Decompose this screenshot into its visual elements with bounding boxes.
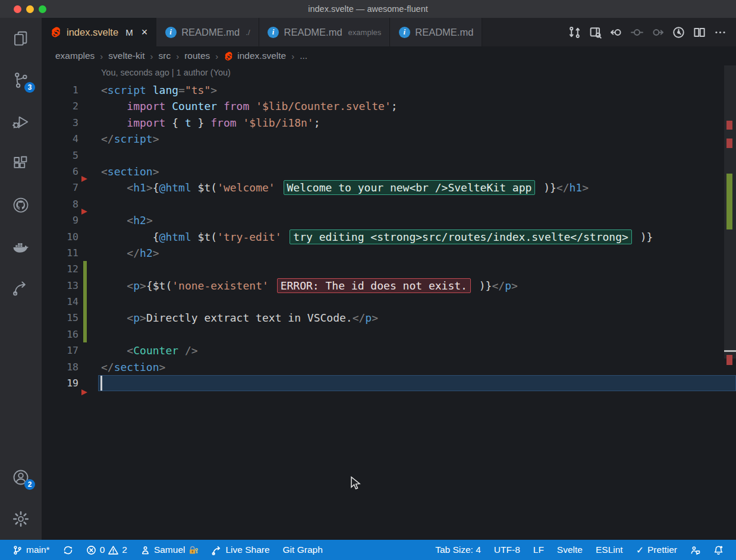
code-text: </h2> bbox=[101, 245, 159, 261]
code-line-16[interactable]: 16 bbox=[42, 326, 736, 342]
explorer-icon[interactable] bbox=[0, 18, 42, 59]
line-number[interactable]: 19 bbox=[42, 375, 78, 391]
breadcrumb: examples›svelte-kit›src›routes›index.sve… bbox=[42, 46, 736, 65]
line-number[interactable]: 7 bbox=[42, 180, 78, 196]
status-live-share[interactable]: Live Share bbox=[207, 540, 273, 560]
line-number[interactable]: 17 bbox=[42, 342, 78, 358]
code-line-15[interactable]: 15 <p>Directly extract text in VSCode.</… bbox=[42, 310, 736, 326]
line-number[interactable]: 15 bbox=[42, 310, 78, 326]
compare-changes-icon[interactable] bbox=[567, 24, 582, 40]
more-actions-icon[interactable] bbox=[712, 24, 728, 40]
code-line-3[interactable]: 3 import { t } from '$lib/i18n'; bbox=[42, 115, 736, 131]
breadcrumb-item-examples[interactable]: examples bbox=[55, 51, 95, 61]
nav-dot-icon[interactable] bbox=[629, 24, 644, 40]
code-line-14[interactable]: 14 bbox=[42, 294, 736, 310]
breadcrumb-item-src[interactable]: src bbox=[159, 51, 171, 61]
status-account[interactable]: Samuel bbox=[136, 540, 203, 560]
docker-icon[interactable] bbox=[0, 226, 42, 268]
code-line-6[interactable]: 6<section> bbox=[42, 163, 736, 180]
code-line-13[interactable]: 13 <p>{$t('none-existent' ERROR: The id … bbox=[42, 278, 736, 294]
line-number[interactable]: 18 bbox=[42, 359, 78, 375]
code-line-11[interactable]: 11 </h2> bbox=[42, 245, 736, 261]
breadcrumb-separator-icon: › bbox=[291, 51, 294, 61]
tab-label: index.svelte bbox=[67, 27, 118, 38]
code-line-19[interactable]: 19 bbox=[42, 375, 736, 391]
line-number[interactable]: 13 bbox=[42, 278, 78, 294]
status-eslint[interactable]: ESLint bbox=[592, 540, 627, 560]
code-line-10[interactable]: 10 {@html $t('try-edit' try editing <str… bbox=[42, 229, 736, 245]
line-number[interactable]: 3 bbox=[42, 115, 78, 131]
code-line-9[interactable]: 9 <h2> bbox=[42, 212, 736, 228]
code-line-2[interactable]: 2 import Counter from '$lib/Counter.svel… bbox=[42, 98, 736, 114]
nav-back-icon[interactable] bbox=[608, 24, 624, 40]
tab-index-svelte-0[interactable]: index.svelteM× bbox=[42, 18, 156, 46]
code-line-4[interactable]: 4</script> bbox=[42, 131, 736, 147]
line-number[interactable]: 10 bbox=[42, 229, 78, 245]
close-icon[interactable]: × bbox=[141, 27, 148, 37]
source-control-icon[interactable]: 3 bbox=[0, 59, 42, 101]
line-number[interactable]: 16 bbox=[42, 326, 78, 342]
breadcrumb-item--[interactable]: ... bbox=[300, 51, 307, 61]
line-number[interactable]: 1 bbox=[42, 82, 78, 98]
status-encoding[interactable]: UTF-8 bbox=[490, 540, 524, 560]
code-line-12[interactable]: 12 bbox=[42, 261, 736, 277]
open-preview-icon[interactable] bbox=[587, 24, 603, 40]
line-number[interactable]: 4 bbox=[42, 131, 78, 147]
breadcrumb-item-index-svelte[interactable]: index.svelte bbox=[224, 51, 286, 61]
svelte-icon bbox=[224, 51, 234, 61]
status-tab-size[interactable]: Tab Size: 4 bbox=[431, 540, 485, 560]
breadcrumb-item-svelte-kit[interactable]: svelte-kit bbox=[108, 51, 144, 61]
code-line-17[interactable]: 17 <Counter /> bbox=[42, 342, 736, 358]
code-line-1[interactable]: 1<script lang="ts"> bbox=[42, 82, 736, 98]
tab-readme-md-1[interactable]: iREADME.md./ bbox=[156, 18, 259, 46]
code-editor[interactable]: You, seconds ago | 1 author (You) 1<scri… bbox=[42, 65, 736, 540]
breadcrumb-item-routes[interactable]: routes bbox=[184, 51, 210, 61]
status-prettier[interactable]: ✓Prettier bbox=[632, 540, 681, 560]
tab-label: README.md bbox=[415, 27, 473, 38]
extensions-icon[interactable] bbox=[0, 143, 42, 184]
status-branch[interactable]: main* bbox=[8, 540, 54, 560]
text-cursor bbox=[100, 376, 102, 391]
gitlens-code-lens[interactable]: You, seconds ago | 1 author (You) bbox=[101, 68, 231, 77]
line-number[interactable]: 5 bbox=[42, 147, 78, 163]
tab-readme-md-2[interactable]: iREADME.mdexamples bbox=[259, 18, 391, 46]
scrollbar-overview-ruler[interactable] bbox=[724, 65, 736, 540]
status-git-graph[interactable]: Git Graph bbox=[279, 540, 327, 560]
status-notifications[interactable] bbox=[709, 540, 728, 560]
line-number[interactable]: 9 bbox=[42, 212, 78, 228]
traffic-lights bbox=[14, 5, 46, 13]
line-number[interactable]: 2 bbox=[42, 98, 78, 114]
split-editor-icon[interactable] bbox=[691, 24, 707, 40]
status-eol[interactable]: LF bbox=[529, 540, 548, 560]
nav-forward-icon[interactable] bbox=[650, 24, 665, 40]
tab-description: ./ bbox=[246, 28, 250, 37]
line-number[interactable]: 6 bbox=[42, 163, 78, 180]
status-language-mode[interactable]: Svelte bbox=[553, 540, 587, 560]
traffic-light-minimize[interactable] bbox=[26, 5, 34, 13]
tab-readme-md-3[interactable]: iREADME.md bbox=[390, 18, 482, 46]
live-share-icon[interactable] bbox=[0, 268, 42, 309]
code-line-5[interactable]: 5 bbox=[42, 147, 736, 163]
cursor-line-mark bbox=[724, 350, 736, 352]
run-and-debug-icon[interactable] bbox=[0, 101, 42, 143]
accounts-icon[interactable]: 2 bbox=[0, 457, 42, 498]
status-text: Prettier bbox=[647, 545, 677, 555]
status-sync[interactable] bbox=[59, 540, 77, 560]
status-problems[interactable]: 02 bbox=[82, 540, 131, 560]
line-number[interactable]: 14 bbox=[42, 294, 78, 310]
traffic-light-zoom[interactable] bbox=[39, 5, 46, 13]
run-timer-icon[interactable] bbox=[671, 24, 686, 40]
github-icon[interactable] bbox=[0, 184, 42, 226]
code-line-18[interactable]: 18</section> bbox=[42, 359, 736, 375]
gutter-change-bar bbox=[83, 310, 87, 326]
code-line-8[interactable]: 8 bbox=[42, 196, 736, 212]
settings-icon[interactable] bbox=[0, 498, 42, 540]
status-feedback[interactable] bbox=[686, 540, 704, 560]
traffic-light-close[interactable] bbox=[14, 5, 21, 13]
line-number[interactable]: 8 bbox=[42, 196, 78, 212]
badge-source-control: 3 bbox=[24, 82, 35, 93]
code-line-7[interactable]: 7 <h1>{@html $t('welcome' Welcome to you… bbox=[42, 180, 736, 196]
error-mark bbox=[726, 139, 732, 148]
line-number[interactable]: 11 bbox=[42, 245, 78, 261]
line-number[interactable]: 12 bbox=[42, 261, 78, 277]
